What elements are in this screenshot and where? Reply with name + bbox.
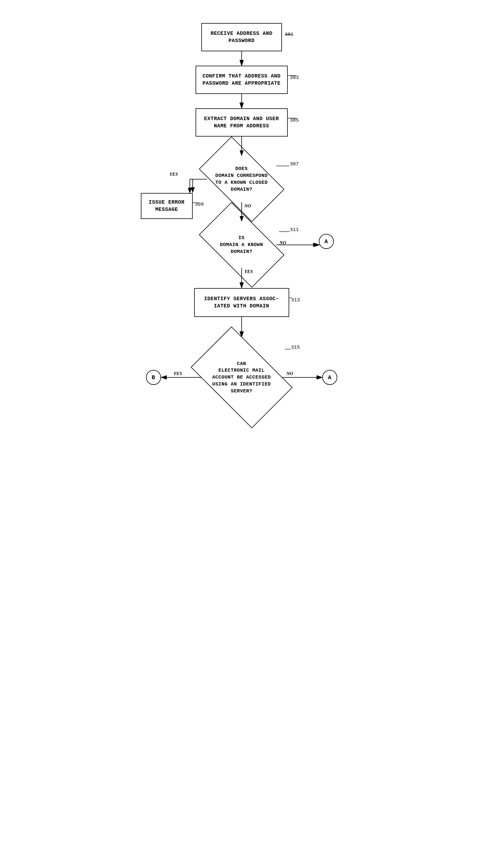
ref-line-315 xyxy=(285,346,293,352)
ref-line-309 xyxy=(193,200,201,206)
label-311-no: NO xyxy=(280,240,286,245)
node-307-wrap: DOESDOMAIN CORRESPONDTO A KNOWN CLOSEDDO… xyxy=(204,156,279,202)
ref-line-313 xyxy=(289,295,293,301)
node-309: ISSUE ERRORMESSAGE xyxy=(141,193,193,219)
node-305: EXTRACT DOMAIN AND USERNAME FROM ADDRESS xyxy=(196,108,288,136)
label-315-yes: YES xyxy=(174,371,182,376)
label-307-no: NO xyxy=(245,204,251,209)
node-311-text: ISDOMAIN A KNOWNDOMAIN? xyxy=(220,235,263,255)
node-315-text: CANELECTRONIC MAILACCOUNT BE ACCESSEDUSI… xyxy=(212,361,271,395)
node-301: RECEIVE ADDRESS AND PASSWORD xyxy=(201,23,282,51)
arrows-svg xyxy=(112,11,371,847)
node-313: IDENTIFY SERVERS ASSOC-IATED WITH DOMAIN xyxy=(194,288,289,317)
node-315-wrap: CANELECTRONIC MAILACCOUNT BE ACCESSEDUSI… xyxy=(198,337,285,418)
node-307-text: DOESDOMAIN CORRESPONDTO A KNOWN CLOSEDDO… xyxy=(216,165,268,193)
label-311-yes: YES xyxy=(245,269,253,274)
ref-line-301 xyxy=(283,29,295,37)
label-315-no: NO xyxy=(287,371,293,376)
circle-b: B xyxy=(146,370,161,385)
flowchart-diagram: RECEIVE ADDRESS AND PASSWORD 301 CONFIRM… xyxy=(112,11,371,847)
ref-line-311 xyxy=(279,229,292,235)
node-303: CONFIRM THAT ADDRESS ANDPASSWORD ARE APP… xyxy=(196,66,288,94)
circle-a1: A xyxy=(319,234,334,249)
ref-line-307 xyxy=(276,163,292,169)
ref-line-305 xyxy=(288,115,299,121)
ref-line-303 xyxy=(288,72,299,79)
node-311-wrap: ISDOMAIN A KNOWNDOMAIN? xyxy=(204,222,279,268)
label-307-yes: YES xyxy=(170,172,178,177)
circle-a2: A xyxy=(322,370,337,385)
